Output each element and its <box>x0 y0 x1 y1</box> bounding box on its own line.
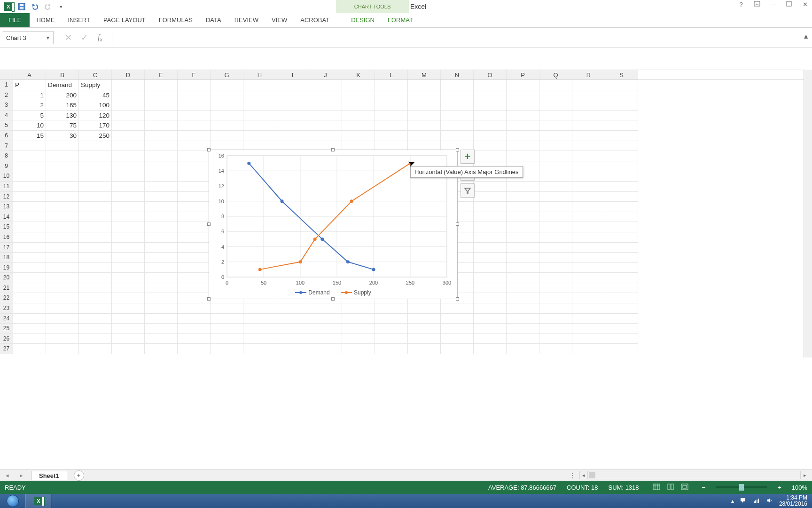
cell-C7[interactable] <box>79 141 112 151</box>
cell-O18[interactable] <box>474 253 507 263</box>
cell-A11[interactable] <box>13 182 46 192</box>
cell-R16[interactable] <box>572 232 605 243</box>
row-header-17[interactable]: 17 <box>0 243 13 253</box>
new-sheet-button[interactable]: + <box>74 470 84 481</box>
cell-I1[interactable] <box>276 80 309 90</box>
cell-S3[interactable] <box>605 100 638 111</box>
row-header-20[interactable]: 20 <box>0 273 13 283</box>
cell-C2[interactable]: 45 <box>79 90 112 101</box>
view-page-break-button[interactable] <box>678 483 692 492</box>
cell-E8[interactable] <box>145 151 178 161</box>
cell-D18[interactable] <box>112 253 145 263</box>
cell-D15[interactable] <box>112 222 145 232</box>
column-header-G[interactable]: G <box>211 70 243 79</box>
cell-A16[interactable] <box>13 232 46 243</box>
cell-H5[interactable] <box>243 120 276 131</box>
cell-J26[interactable] <box>309 334 342 344</box>
resize-handle[interactable] <box>207 297 211 301</box>
cell-R7[interactable] <box>572 141 605 151</box>
cell-C18[interactable] <box>79 253 112 263</box>
cell-F27[interactable] <box>178 344 211 354</box>
row-header-13[interactable]: 13 <box>0 202 13 212</box>
tray-volume-icon[interactable] <box>766 497 773 505</box>
column-header-L[interactable]: L <box>375 70 408 79</box>
cell-O14[interactable] <box>474 212 507 222</box>
cell-F24[interactable] <box>178 314 211 324</box>
cell-R24[interactable] <box>572 314 605 324</box>
cell-F5[interactable] <box>178 120 211 131</box>
horizontal-scrollbar[interactable] <box>588 471 801 479</box>
cell-P23[interactable] <box>507 303 539 314</box>
cell-C6[interactable]: 250 <box>79 131 112 141</box>
cell-R5[interactable] <box>572 120 605 131</box>
cell-A26[interactable] <box>13 334 46 344</box>
cell-S22[interactable] <box>605 293 638 303</box>
cell-C1[interactable]: Supply <box>79 80 112 90</box>
cell-F26[interactable] <box>178 334 211 344</box>
cell-I5[interactable] <box>276 120 309 131</box>
cell-M6[interactable] <box>408 131 441 141</box>
cell-C20[interactable] <box>79 273 112 283</box>
cell-R9[interactable] <box>572 161 605 172</box>
cell-J4[interactable] <box>309 111 342 121</box>
cell-N4[interactable] <box>441 111 474 121</box>
column-header-D[interactable]: D <box>112 70 145 79</box>
column-header-C[interactable]: C <box>79 70 112 79</box>
cell-B4[interactable]: 130 <box>46 111 79 121</box>
cell-S5[interactable] <box>605 120 638 131</box>
cell-E6[interactable] <box>145 131 178 141</box>
cell-G4[interactable] <box>211 111 243 121</box>
cell-G2[interactable] <box>211 90 243 101</box>
cell-S17[interactable] <box>605 243 638 253</box>
cell-D1[interactable] <box>112 80 145 90</box>
tab-file[interactable]: FILE <box>0 13 30 27</box>
cell-B13[interactable] <box>46 202 79 212</box>
cell-O3[interactable] <box>474 100 507 111</box>
cell-O13[interactable] <box>474 202 507 212</box>
row-header-2[interactable]: 2 <box>0 90 13 101</box>
cell-S13[interactable] <box>605 202 638 212</box>
name-box[interactable]: Chart 3 ▼ <box>3 31 54 44</box>
cell-L4[interactable] <box>375 111 408 121</box>
zoom-out-button[interactable]: − <box>702 484 706 491</box>
cell-B22[interactable] <box>46 293 79 303</box>
cell-R23[interactable] <box>572 303 605 314</box>
cell-K6[interactable] <box>342 131 375 141</box>
cell-E14[interactable] <box>145 212 178 222</box>
cell-S21[interactable] <box>605 283 638 294</box>
cell-J3[interactable] <box>309 100 342 111</box>
cell-E12[interactable] <box>145 192 178 202</box>
cell-N27[interactable] <box>441 344 474 354</box>
cell-I3[interactable] <box>276 100 309 111</box>
cell-H2[interactable] <box>243 90 276 101</box>
cell-F19[interactable] <box>178 263 211 273</box>
cell-M4[interactable] <box>408 111 441 121</box>
save-button[interactable] <box>15 1 28 12</box>
cell-G5[interactable] <box>211 120 243 131</box>
cell-J27[interactable] <box>309 344 342 354</box>
cell-L27[interactable] <box>375 344 408 354</box>
cell-C24[interactable] <box>79 314 112 324</box>
row-header-6[interactable]: 6 <box>0 131 13 141</box>
cell-B20[interactable] <box>46 273 79 283</box>
cell-F2[interactable] <box>178 90 211 101</box>
cell-A5[interactable]: 10 <box>13 120 46 131</box>
cell-Q9[interactable] <box>539 161 572 172</box>
cell-P24[interactable] <box>507 314 539 324</box>
row-header-19[interactable]: 19 <box>0 263 13 273</box>
column-header-M[interactable]: M <box>408 70 441 79</box>
cell-F13[interactable] <box>178 202 211 212</box>
cell-E10[interactable] <box>145 171 178 182</box>
cell-I25[interactable] <box>276 324 309 334</box>
cell-K1[interactable] <box>342 80 375 90</box>
cell-A14[interactable] <box>13 212 46 222</box>
cell-M23[interactable] <box>408 303 441 314</box>
cell-J2[interactable] <box>309 90 342 101</box>
redo-button[interactable] <box>41 1 55 12</box>
cell-E3[interactable] <box>145 100 178 111</box>
cell-R2[interactable] <box>572 90 605 101</box>
cell-D12[interactable] <box>112 192 145 202</box>
cell-F4[interactable] <box>178 111 211 121</box>
cell-E9[interactable] <box>145 161 178 172</box>
column-header-P[interactable]: P <box>507 70 539 79</box>
